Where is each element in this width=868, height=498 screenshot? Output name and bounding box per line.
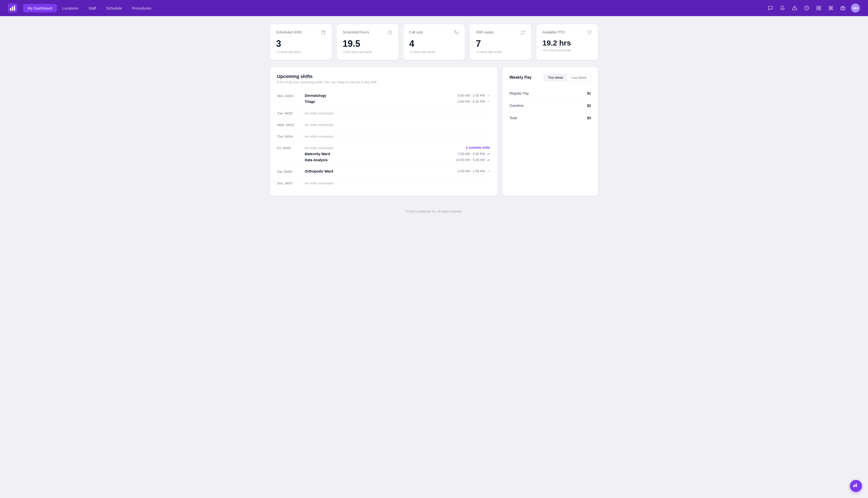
shift-entry-data-analysis[interactable]: Data Analysis 10:00 AM - 5:00 AM: [305, 158, 490, 162]
shift-time-orthopedic: 5:00 AM - 1:00 PM: [458, 169, 490, 173]
footer-text: © 2024 LastMinute Inc. All rights reserv…: [405, 210, 463, 213]
main-content: Scheduled shifts 3 +3 since last week Sc…: [258, 16, 610, 204]
shift-entry-orthopedic[interactable]: Orthopedic Ward 5:00 AM - 1:00 PM: [305, 169, 490, 173]
day-label-sun: Sun, 04/07: [277, 181, 305, 185]
day-label-fri: Fri, 04/05: [277, 146, 305, 150]
stat-header: Shift swaps: [476, 30, 525, 36]
stat-header: Call outs: [409, 30, 459, 36]
stat-label-scheduled-shifts: Scheduled shifts: [276, 30, 302, 34]
alert-icon[interactable]: [790, 4, 799, 12]
day-label-thu: Thu, 04/04: [277, 134, 305, 138]
shift-name-orthopedic: Orthopedic Ward: [305, 169, 333, 173]
swap-icon: [521, 30, 525, 36]
clock-icon[interactable]: [803, 4, 811, 12]
shift-name-triage: Triage: [305, 100, 315, 104]
grid-icon[interactable]: [815, 4, 823, 12]
svg-rect-9: [817, 9, 818, 10]
chat-icon[interactable]: [766, 4, 774, 12]
shift-time-data-analysis: 10:00 AM - 5:00 AM: [456, 158, 490, 162]
stat-sub-scheduled-shifts: +3 since last week: [276, 50, 325, 54]
stat-cards: Scheduled shifts 3 +3 since last week Sc…: [270, 24, 598, 60]
no-shifts-sun: No shifts scheduled: [305, 181, 490, 185]
no-shifts-fri-row: No shifts scheduled 2 available shifts: [305, 146, 490, 150]
shift-entry-triage[interactable]: Triage 2:00 PM - 5:30 PM: [305, 100, 490, 104]
week-tabs: This Week Last Week: [544, 74, 591, 81]
no-shifts-fri: No shifts scheduled: [305, 146, 333, 150]
svg-rect-20: [856, 483, 857, 487]
stat-sub-pto: +0.6 since last month: [543, 49, 592, 52]
shift-day-mon: Mon, 04/01 Dermatology 5:00 AM - 1:00 PM…: [277, 90, 490, 107]
stat-available-pto: Available PTO 19.2 hrs +0.6 since last m…: [536, 24, 598, 60]
nav-right: MH: [766, 3, 860, 13]
pay-row-regular: Regular Pay $1: [509, 87, 591, 100]
stat-header: Scheduled shifts: [276, 30, 325, 36]
shift-day-fri: Fri, 04/05 No shifts scheduled 2 availab…: [277, 142, 490, 166]
user-avatar[interactable]: MH: [851, 3, 860, 13]
footer: © 2024 LastMinute Inc. All rights reserv…: [0, 204, 868, 219]
command-icon[interactable]: [827, 4, 835, 12]
calendar-icon: [321, 30, 325, 36]
stat-value-call-outs: 4: [409, 39, 459, 49]
float-logo-button[interactable]: [850, 480, 862, 492]
pay-label-overtime: Overtime: [509, 104, 524, 108]
svg-rect-8: [819, 6, 821, 8]
stat-scheduled-shifts: Scheduled shifts 3 +3 since last week: [270, 24, 332, 60]
tab-last-week[interactable]: Last Week: [567, 74, 591, 81]
shift-entries-thu: No shifts scheduled: [305, 134, 490, 138]
shift-name-data-analysis: Data Analysis: [305, 158, 328, 162]
pay-amount-regular: $1: [587, 91, 591, 95]
shift-day-sun: Sun, 04/07 No shifts scheduled: [277, 177, 490, 189]
shift-entries-wed: No shifts scheduled: [305, 122, 490, 127]
upcoming-shifts-card: Upcoming shifts A list of all your upcom…: [270, 67, 497, 196]
svg-rect-10: [819, 9, 821, 10]
stat-scheduled-hours: Scheduled hours 19.5 +19.5 since last we…: [337, 24, 398, 60]
stat-sub-shift-swaps: +5 since last month: [476, 50, 525, 54]
stat-header: Available PTO: [543, 30, 592, 36]
stat-call-outs: Call outs 4 +3 since last month: [403, 24, 465, 60]
no-shifts-thu: No shifts scheduled: [305, 134, 490, 138]
nav-staff[interactable]: Staff: [84, 4, 101, 12]
stat-label-shift-swaps: Shift swaps: [476, 30, 494, 34]
day-label-sat: Sat, 04/06: [277, 169, 305, 173]
weekly-pay-card: Weekly Pay This Week Last Week Regular P…: [503, 67, 598, 196]
nav-links: My Dashboard Locations Staff Schedule Pr…: [23, 4, 764, 12]
svg-rect-7: [817, 6, 818, 8]
navbar: My Dashboard Locations Staff Schedule Pr…: [0, 0, 868, 16]
no-shifts-tue: No shifts scheduled: [305, 111, 490, 115]
shift-entries-fri: No shifts scheduled 2 available shifts M…: [305, 146, 490, 162]
briefcase-icon[interactable]: [839, 4, 847, 12]
upcoming-shifts-subtitle: A list of all your upcoming shifts. You …: [277, 80, 490, 84]
nav-procedures[interactable]: Procedures: [128, 4, 156, 12]
nav-my-dashboard[interactable]: My Dashboard: [23, 4, 57, 12]
logo[interactable]: [8, 3, 17, 13]
tab-this-week[interactable]: This Week: [544, 74, 567, 81]
bottom-grid: Upcoming shifts A list of all your upcom…: [270, 67, 598, 196]
stat-sub-scheduled-hours: +19.5 since last week: [343, 50, 392, 54]
shift-entries-sun: No shifts scheduled: [305, 181, 490, 185]
shift-time-triage: 2:00 PM - 5:30 PM: [458, 100, 490, 103]
shift-entries-mon: Dermatology 5:00 AM - 1:00 PM Triage 2:0…: [305, 94, 490, 104]
pay-row-total: Total $3: [509, 112, 591, 124]
svg-rect-1: [10, 8, 11, 11]
shift-entry-dermatology[interactable]: Dermatology 5:00 AM - 1:00 PM: [305, 94, 490, 97]
stat-value-pto: 19.2 hrs: [543, 39, 592, 47]
shift-time-dermatology: 5:00 AM - 1:00 PM: [458, 94, 490, 97]
phone-icon: [454, 30, 459, 36]
upcoming-shifts-title: Upcoming shifts: [277, 74, 490, 79]
stat-value-scheduled-shifts: 3: [276, 39, 325, 49]
stat-label-scheduled-hours: Scheduled hours: [343, 30, 369, 34]
svg-rect-12: [322, 31, 325, 35]
bell-icon[interactable]: [778, 4, 787, 12]
stat-label-pto: Available PTO: [543, 30, 565, 34]
shift-entries-sat: Orthopedic Ward 5:00 AM - 1:00 PM: [305, 169, 490, 173]
shift-entry-maternity[interactable]: Maternity Ward 2:00 AM - 2:00 PM: [305, 152, 490, 156]
shift-time-maternity: 2:00 AM - 2:00 PM: [458, 152, 490, 156]
no-shifts-wed: No shifts scheduled: [305, 122, 490, 127]
pay-label-regular: Regular Pay: [509, 91, 529, 95]
nav-schedule[interactable]: Schedule: [102, 4, 126, 12]
nav-locations[interactable]: Locations: [58, 4, 83, 12]
svg-rect-11: [841, 7, 845, 10]
stat-shift-swaps: Shift swaps 7 +5 since last month: [470, 24, 531, 60]
pto-icon: [587, 30, 592, 36]
available-badge-fri[interactable]: 2 available shifts: [466, 146, 490, 149]
